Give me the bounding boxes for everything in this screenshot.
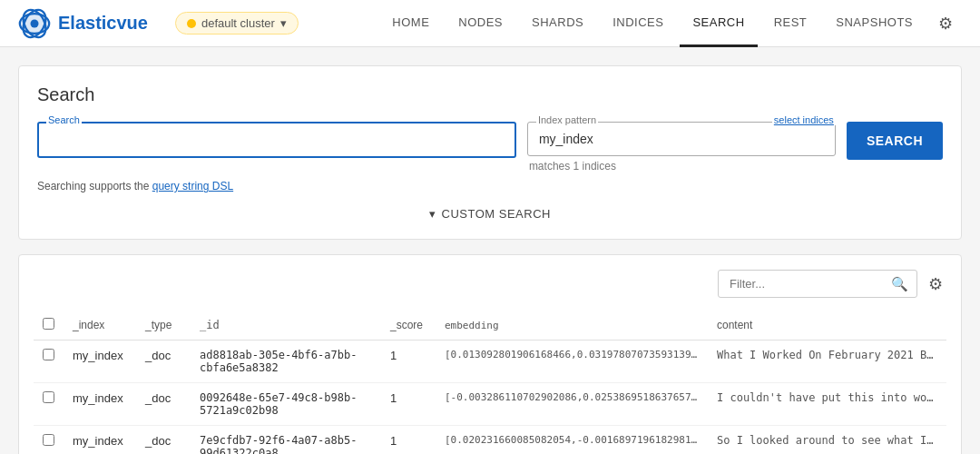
- table-row: my_index _doc ad8818ab-305e-4bf6-a7bb-cb…: [34, 340, 946, 383]
- row-type: _doc: [136, 383, 191, 426]
- matches-text: matches 1 indices: [527, 160, 836, 173]
- nav-links: HOME NODES SHARDS INDICES SEARCH REST SN…: [379, 0, 962, 47]
- select-all-header: [34, 311, 64, 340]
- row-index: my_index: [64, 426, 136, 455]
- search-row: Search Index pattern select indices matc…: [37, 122, 943, 173]
- row-checkbox-cell: [34, 383, 64, 426]
- query-dsl-text: Searching supports the query string DSL: [37, 180, 943, 192]
- row-id: 7e9cfdb7-92f6-4a07-a8b5-99d61322c0a8: [191, 426, 381, 455]
- table-settings-button[interactable]: ⚙: [925, 271, 946, 298]
- custom-search-toggle[interactable]: ▾ CUSTOM SEARCH: [37, 207, 943, 221]
- logo-icon: [18, 7, 51, 40]
- row-index: my_index: [64, 340, 136, 383]
- select-indices-link[interactable]: select indices: [772, 114, 836, 125]
- filter-input[interactable]: [718, 270, 917, 298]
- search-input[interactable]: [37, 122, 516, 158]
- row-checkbox[interactable]: [43, 349, 54, 360]
- settings-nav-icon[interactable]: ⚙: [929, 8, 962, 39]
- table-row: my_index _doc 0092648e-65e7-49c8-b98b-57…: [34, 383, 946, 426]
- row-embedding: [0.013092801906168466,0.0319780707359313…: [436, 340, 708, 383]
- col-header-content: content: [708, 311, 946, 340]
- filter-input-wrapper: 🔍: [718, 270, 917, 298]
- index-pattern-input[interactable]: [527, 122, 836, 156]
- row-score: 1: [381, 426, 436, 455]
- results-card: 🔍 ⚙ _index _type _id _score embedding co…: [18, 254, 962, 454]
- custom-search-chevron: ▾: [429, 207, 436, 221]
- row-content: So I looked around to see what I cou: [708, 426, 946, 455]
- row-id: 0092648e-65e7-49c8-b98b-5721a9c02b98: [191, 383, 381, 426]
- nav-shards[interactable]: SHARDS: [519, 0, 596, 47]
- row-embedding: [0.020231660085082054,-0.001689719618298…: [436, 426, 708, 455]
- row-checkbox[interactable]: [43, 391, 54, 403]
- filter-search-icon: 🔍: [891, 276, 908, 292]
- index-pattern-wrapper: Index pattern select indices matches 1 i…: [527, 122, 836, 173]
- row-id: ad8818ab-305e-4bf6-a7bb-cbfa6e5a8382: [191, 340, 381, 383]
- page-title: Search: [37, 84, 943, 105]
- nav-nodes[interactable]: NODES: [446, 0, 515, 47]
- logo: Elasticvue: [18, 7, 148, 40]
- cluster-selector[interactable]: default cluster ▾: [175, 12, 299, 35]
- row-index: my_index: [64, 383, 136, 426]
- results-table: _index _type _id _score embedding conten…: [34, 311, 946, 454]
- row-score: 1: [381, 383, 436, 426]
- cluster-chevron-icon: ▾: [280, 16, 287, 30]
- row-type: _doc: [136, 340, 191, 383]
- col-header-embedding: embedding: [436, 311, 708, 340]
- row-checkbox-cell: [34, 426, 64, 455]
- row-content: What I Worked On February 2021 Befor: [708, 340, 946, 383]
- row-type: _doc: [136, 426, 191, 455]
- row-embedding: [-0.003286110702902086,0.025386951863765…: [436, 383, 708, 426]
- query-dsl-link[interactable]: query string DSL: [152, 180, 233, 192]
- custom-search-label: CUSTOM SEARCH: [442, 207, 551, 221]
- col-header-type: _type: [136, 311, 191, 340]
- cluster-label: default cluster: [201, 16, 275, 30]
- nav-indices[interactable]: INDICES: [600, 0, 676, 47]
- row-content: I couldn't have put this into words: [708, 383, 946, 426]
- navbar: Elasticvue default cluster ▾ HOME NODES …: [0, 0, 980, 47]
- row-checkbox[interactable]: [43, 434, 54, 446]
- nav-rest[interactable]: REST: [761, 0, 820, 47]
- row-score: 1: [381, 340, 436, 383]
- col-header-score: _score: [381, 311, 436, 340]
- search-button[interactable]: SEARCH: [847, 122, 943, 160]
- row-checkbox-cell: [34, 340, 64, 383]
- nav-snapshots[interactable]: SNAPSHOTS: [823, 0, 926, 47]
- search-input-label: Search: [46, 114, 82, 125]
- logo-text: Elasticvue: [58, 13, 148, 34]
- col-header-index: _index: [64, 311, 136, 340]
- nav-search[interactable]: SEARCH: [680, 0, 757, 47]
- main-content: Search Search Index pattern select indic…: [0, 47, 980, 454]
- col-header-id: _id: [191, 311, 381, 340]
- index-pattern-label: Index pattern: [536, 114, 598, 125]
- nav-home[interactable]: HOME: [379, 0, 442, 47]
- table-row: my_index _doc 7e9cfdb7-92f6-4a07-a8b5-99…: [34, 426, 946, 455]
- search-card: Search Search Index pattern select indic…: [18, 65, 962, 240]
- table-header-row: _index _type _id _score embedding conten…: [34, 311, 946, 340]
- cluster-status-dot: [187, 19, 196, 28]
- svg-point-4: [31, 19, 39, 27]
- results-toolbar: 🔍 ⚙: [34, 270, 946, 298]
- search-input-wrapper: Search: [37, 122, 516, 158]
- select-all-checkbox[interactable]: [43, 318, 54, 330]
